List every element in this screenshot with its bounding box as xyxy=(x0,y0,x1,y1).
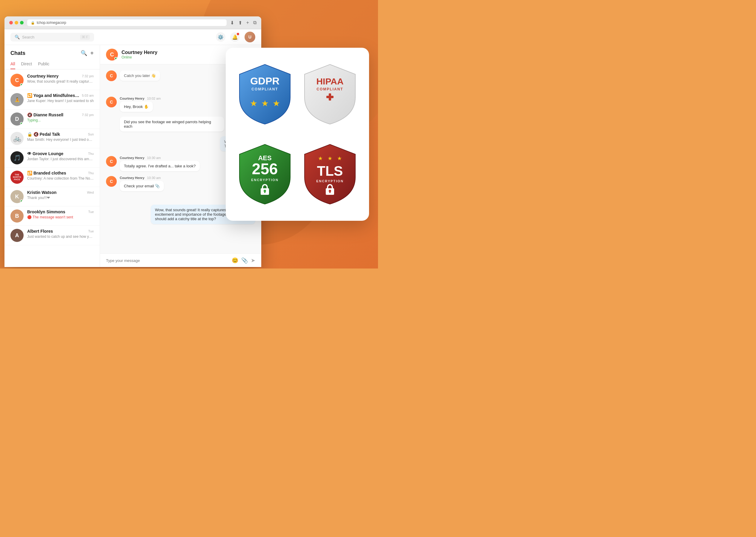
notification-badge xyxy=(237,33,239,35)
chat-preview: Wow, that sounds great! It really captur… xyxy=(27,79,94,84)
chat-info-kristin: Kristin Watson Wed Thank you!!!❤ xyxy=(27,190,94,200)
svg-text:ENCRYPTION: ENCRYPTION xyxy=(316,179,344,183)
browser-window: 🔒 tchop.io/megacorp ⬇ ⬆ + ⧉ 🔍 Search ⌘ F… xyxy=(5,17,261,267)
chat-preview: Typing... xyxy=(27,118,94,122)
message-input[interactable] xyxy=(106,258,228,263)
app-header: 🔍 Search ⌘ F ⚙️ 🔔 U xyxy=(5,29,261,45)
share-icon[interactable]: ⬆ xyxy=(238,20,242,26)
svg-text:256: 256 xyxy=(252,160,278,178)
chat-time: Wed xyxy=(87,191,94,194)
address-bar[interactable]: 🔒 tchop.io/megacorp xyxy=(27,20,227,26)
message-bubble: Catch you later 👋 xyxy=(120,70,160,81)
svg-text:ENCRYPTION: ENCRYPTION xyxy=(251,178,279,182)
app-body: Chats 🔍 + All Direct Public C xyxy=(5,45,261,267)
tab-all[interactable]: All xyxy=(11,59,15,69)
security-overlay: GDPR COMPLIANT ★ ★ ★ HIPAA COMPLIANT xyxy=(226,48,369,221)
search-placeholder: Search xyxy=(22,35,34,39)
maximize-dot[interactable] xyxy=(20,21,23,24)
chat-item-groove-lounge[interactable]: 🎵 👁 Groove Lounge Thu Jordan Taylor: I j… xyxy=(5,148,100,168)
url-text: tchop.io/megacorp xyxy=(37,21,66,25)
chat-name: Courtney Henry xyxy=(27,74,59,78)
chat-input-area: 😊 📎 ➤ xyxy=(100,253,261,267)
sidebar: Chats 🔍 + All Direct Public C xyxy=(5,45,100,267)
tls-shield: ★ ★ ★ TLS ENCRYPTION xyxy=(303,143,357,206)
new-chat-icon[interactable]: + xyxy=(90,50,94,57)
message-meta: Courtney Henry 10:02 am xyxy=(120,97,161,100)
message-bubble: Totally agree. I've drafted a... take a … xyxy=(120,161,200,171)
search-icon: 🔍 xyxy=(15,35,20,39)
chat-header-status: Online xyxy=(121,55,157,60)
chat-item-brooklyn-simmons[interactable]: B Brooklyn Simmons Tue 🔴 The message was… xyxy=(5,206,100,226)
sidebar-header-icons: 🔍 + xyxy=(81,50,94,57)
settings-button[interactable]: ⚙️ xyxy=(216,32,225,42)
chat-preview: Jane Kuper: Hey team! I just wanted to s… xyxy=(27,99,94,103)
svg-text:★: ★ xyxy=(250,99,257,108)
chat-time: Tue xyxy=(88,229,94,233)
message-content: Did you see the footage we winged parrot… xyxy=(120,117,224,132)
message-avatar: C xyxy=(106,156,117,167)
avatar-albert-flores: A xyxy=(11,229,23,242)
user-avatar[interactable]: U xyxy=(245,32,255,42)
search-bar[interactable]: 🔍 Search ⌘ F xyxy=(11,33,94,41)
chat-info-branded: 🔁 Branded clothes Thu Courtney: A new co… xyxy=(27,171,94,181)
avatar-dianne: D xyxy=(11,112,23,126)
aes-shield: AES 256 ENCRYPTION xyxy=(238,143,292,206)
message-avatar: C xyxy=(106,70,117,81)
tab-direct[interactable]: Direct xyxy=(21,59,32,69)
svg-text:TLS: TLS xyxy=(317,163,343,179)
aes-badge: AES 256 ENCRYPTION xyxy=(237,143,293,206)
chat-item-branded-clothes[interactable]: THENORTHFACE 🔁 Branded clothes Thu Court… xyxy=(5,168,100,187)
svg-text:COMPLIANT: COMPLIANT xyxy=(317,87,343,91)
chat-preview: Courtney: A new collection from The Nort… xyxy=(27,176,94,181)
svg-text:★: ★ xyxy=(318,155,323,161)
chat-name: 🔁 Branded clothes xyxy=(27,171,66,176)
emoji-icon[interactable]: 😊 xyxy=(232,257,238,264)
gdpr-badge: GDPR COMPLIANT ★ ★ ★ xyxy=(237,63,293,126)
chat-item-kristin-watson[interactable]: K Kristin Watson Wed Thank you!!!❤ xyxy=(5,187,100,206)
send-icon[interactable]: ➤ xyxy=(251,257,255,264)
chat-item-pedal-talk[interactable]: 🚲 🔒 🔇 Pedal Talk Sun Max Smith: Hey ever… xyxy=(5,129,100,148)
svg-text:HIPAA: HIPAA xyxy=(316,76,343,86)
search-chats-icon[interactable]: 🔍 xyxy=(81,50,87,57)
browser-chrome: 🔒 tchop.io/megacorp ⬇ ⬆ + ⧉ xyxy=(5,17,261,29)
download-icon[interactable]: ⬇ xyxy=(230,20,234,26)
chat-time: 5:03 am xyxy=(82,94,94,97)
chat-item-dianne[interactable]: D 🔇 Dianne Russell 7:32 pm Typing... xyxy=(5,109,100,129)
hipaa-shield: HIPAA COMPLIANT xyxy=(303,63,357,126)
notifications-button[interactable]: 🔔 xyxy=(230,32,240,42)
close-dot[interactable] xyxy=(9,21,13,24)
message-bubble: Check your email 📎 xyxy=(120,181,164,191)
message-avatar: C xyxy=(106,176,117,187)
tab-public[interactable]: Public xyxy=(38,59,49,69)
chat-info-dianne: 🔇 Dianne Russell 7:32 pm Typing... xyxy=(27,112,94,122)
message-content: Catch you later 👋 xyxy=(120,70,160,81)
chat-time: Sun xyxy=(88,133,94,136)
message-avatar: C xyxy=(106,97,117,107)
avatar-kristin-watson: K xyxy=(11,190,23,203)
chat-header-info: Courtney Henry Online xyxy=(121,50,157,60)
message-content: Courtney Henry 10:30 am Check your email… xyxy=(120,176,164,191)
svg-text:★: ★ xyxy=(261,99,269,108)
message-meta: Courtney Henry 10:30 am xyxy=(120,176,164,180)
chat-time: Thu xyxy=(88,171,94,175)
svg-rect-8 xyxy=(329,93,331,101)
tabs-icon[interactable]: ⧉ xyxy=(253,20,256,26)
chat-name: Kristin Watson xyxy=(27,190,57,195)
chat-item-albert-flores[interactable]: A Albert Flores Tue Just wanted to catch… xyxy=(5,226,100,245)
message-content: Courtney Henry 10:30 am Totally agree. I… xyxy=(120,156,200,171)
online-indicator xyxy=(20,122,23,125)
chat-name: Albert Flores xyxy=(27,229,53,233)
chat-preview: Thank you!!!❤ xyxy=(27,196,94,200)
chat-item-courtney-henry[interactable]: C Courtney Henry 7:32 pm Wow, that sound… xyxy=(5,71,100,90)
new-tab-icon[interactable]: + xyxy=(246,20,249,26)
attachment-icon[interactable]: 📎 xyxy=(241,257,248,264)
browser-dots xyxy=(9,21,23,24)
chat-header-name: Courtney Henry xyxy=(121,50,157,55)
avatar-branded-clothes: THENORTHFACE xyxy=(11,171,23,184)
chat-info-groove: 👁 Groove Lounge Thu Jordan Taylor: I jus… xyxy=(27,151,94,161)
chat-item-yoga[interactable]: 🧘 🔁 Yoga and Mindfulness Di... 5:03 am J… xyxy=(5,90,100,109)
minimize-dot[interactable] xyxy=(15,21,18,24)
chat-time: Tue xyxy=(88,210,94,214)
message-meta: Courtney Henry 10:30 am xyxy=(120,156,200,160)
svg-text:★: ★ xyxy=(328,155,332,161)
